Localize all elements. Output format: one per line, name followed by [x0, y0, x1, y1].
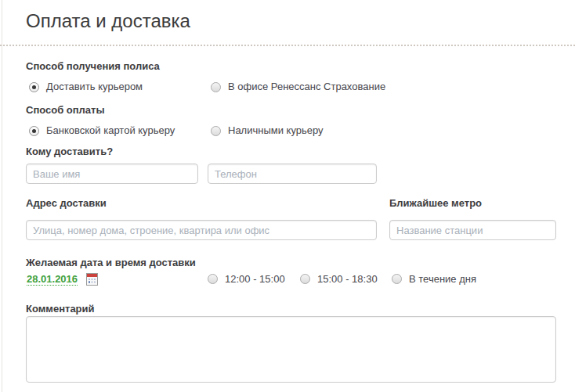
radio-option-label: Доставить курьером [46, 81, 143, 93]
address-input[interactable] [26, 220, 377, 240]
phone-input[interactable] [208, 164, 377, 184]
policy-method-options: Доставить курьером В офисе Ренессанс Стр… [26, 81, 556, 93]
radio-option-label: В течение дня [409, 273, 476, 286]
metro-input[interactable] [389, 220, 556, 240]
radio-button[interactable] [208, 274, 218, 284]
radio-option-time-2[interactable]: 15:00 - 18:30 [300, 273, 392, 286]
form-content: Способ получения полиса Доставить курьер… [0, 46, 575, 383]
radio-button[interactable] [392, 274, 402, 284]
form-header: Оплата и доставка [0, 0, 575, 33]
payment-method-label: Способ оплаты [26, 104, 556, 117]
radio-option-label: 12:00 - 15:00 [225, 273, 285, 286]
radio-button[interactable] [29, 126, 39, 136]
radio-option-time-1[interactable]: 12:00 - 15:00 [208, 273, 300, 286]
comment-textarea[interactable] [26, 316, 556, 383]
radio-button[interactable] [29, 82, 39, 92]
radio-option-card[interactable]: Банковской картой курьеру [26, 124, 208, 137]
radio-option-cash[interactable]: Наличными курьеру [208, 124, 324, 137]
radio-option-courier[interactable]: Доставить курьером [26, 81, 208, 93]
radio-option-label: Наличными курьеру [228, 124, 324, 137]
recipient-inputs [26, 164, 556, 184]
radio-option-label: В офисе Ренессанс Страхование [228, 81, 385, 93]
address-metro-inputs [26, 220, 556, 240]
comment-label: Комментарий [26, 303, 556, 315]
address-label: Адрес доставки [26, 197, 389, 210]
radio-button[interactable] [211, 82, 221, 92]
address-metro-labels: Адрес доставки Ближайшее метро [26, 197, 556, 210]
radio-option-label: 15:00 - 18:30 [317, 273, 378, 286]
radio-option-office[interactable]: В офисе Ренессанс Страхование [208, 81, 385, 93]
calendar-icon[interactable] [86, 273, 98, 286]
radio-option-time-all-day[interactable]: В течение дня [392, 273, 476, 286]
radio-button[interactable] [211, 126, 221, 136]
date-link[interactable]: 28.01.2016 [27, 273, 78, 286]
radio-button[interactable] [300, 274, 310, 284]
radio-option-label: Банковской картой курьеру [46, 124, 175, 137]
date-picker: 28.01.2016 [26, 273, 208, 286]
recipient-label: Кому доставить? [26, 146, 556, 158]
payment-delivery-form: Оплата и доставка Способ получения полис… [0, 0, 575, 392]
delivery-datetime-row: 28.01.2016 12:00 - 15:00 [26, 272, 556, 286]
payment-method-options: Банковской картой курьеру Наличными курь… [26, 124, 556, 137]
name-input[interactable] [26, 164, 198, 184]
page-title: Оплата и доставка [26, 9, 556, 33]
policy-method-label: Способ получения полиса [26, 60, 556, 73]
metro-label: Ближайшее метро [389, 197, 482, 210]
delivery-datetime-label: Желаемая дата и время доставки [26, 257, 556, 269]
